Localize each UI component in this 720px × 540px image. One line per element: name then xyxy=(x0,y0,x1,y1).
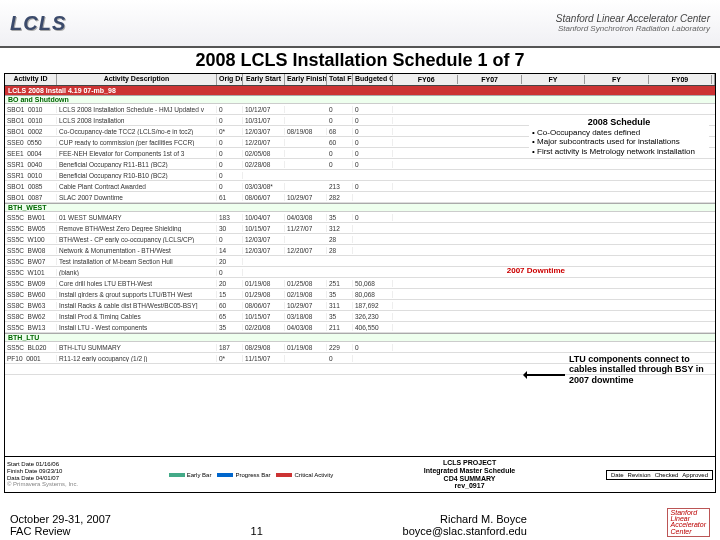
table-row: SBO1_0010LCLS 2008 Installation Schedule… xyxy=(5,104,715,115)
slac-sublogo: Stanford Linear Accelerator Center xyxy=(667,508,710,537)
slide-title: 2008 LCLS Installation Schedule 1 of 7 xyxy=(0,50,720,71)
table-row: SS8C_BW63Install Racks & cable dist BTH/… xyxy=(5,300,715,311)
table-row: SS5C_BW09Core drill holes LTU EBTH-West2… xyxy=(5,278,715,289)
lab-name: Stanford Linear Accelerator Center xyxy=(556,13,710,24)
table-row: SS8C_BW62Install Prod & Timing Cables651… xyxy=(5,311,715,322)
table-row: SS8C_BW60Install glrders & grout support… xyxy=(5,289,715,300)
table-row: SS5C_W101(blank)0Co-Occ-date BTH-west xyxy=(5,267,715,278)
table-row: SS5C_BW08Network & Monumentation - BTH/W… xyxy=(5,245,715,256)
footer-review: FAC Review xyxy=(10,525,111,537)
note-heading: 2008 Schedule xyxy=(530,117,708,128)
table-row: SSR1_0010Beneficial Occupancy R10-B10 (B… xyxy=(5,170,715,181)
table-row: SS5C_BW05Remove BTH/West Zero Degree Shi… xyxy=(5,223,715,234)
note-bullet: Major subcontracts used for installation… xyxy=(532,137,708,147)
slide-header: LCLS Stanford Linear Accelerator Center … xyxy=(0,0,720,48)
sublab-name: Stanford Synchrotron Radiation Laborator… xyxy=(556,24,710,33)
table-row: SBO1_0087SLAC 2007 Downtime6108/06/0710/… xyxy=(5,192,715,203)
table-row: SSR1_0040Beneficial Occupancy R11-B11 (B… xyxy=(5,159,715,170)
footer-date: October 29-31, 2007 xyxy=(10,513,111,525)
ltu-annotation: LTU components connect to cables install… xyxy=(569,354,709,385)
gantt-legend: Early BarProgress BarCritical Activity xyxy=(169,472,333,478)
note-bullet: First activity is Metrology network inst… xyxy=(532,147,708,157)
schedule-sheet: Activity ID Activity Description Orig Du… xyxy=(4,73,716,493)
schedule-note: 2008 Schedule Co-Occupancy dates defined… xyxy=(529,116,709,158)
project-title-box: LCLS PROJECT Integrated Master Schedule … xyxy=(424,459,515,490)
table-row: SS5C_BW0101 WEST SUMMARY18310/04/0704/03… xyxy=(5,212,715,223)
sheet-footer: Start Date 01/16/06 Finish Date 09/23/10… xyxy=(5,456,715,492)
table-header: Activity ID Activity Description Orig Du… xyxy=(5,74,715,86)
table-row: SS5C_BL020BTH-LTU SUMMARY18708/29/0801/1… xyxy=(5,342,715,353)
table-row: SS5C_W100BTH/West - CP early co-occupanc… xyxy=(5,234,715,245)
table-row: SS5C_BW13Install LTU - West components35… xyxy=(5,322,715,333)
footer-email: boyce@slac.stanford.edu xyxy=(403,525,527,537)
downtime-label: 2007 Downtime xyxy=(507,266,565,275)
annotation-arrow xyxy=(525,374,565,376)
note-bullet: Co-Occupancy dates defined xyxy=(532,128,708,138)
footer-author: Richard M. Boyce xyxy=(403,513,527,525)
table-row: SS5C_BW07Test installation of M-beam Sec… xyxy=(5,256,715,267)
lcls-logo: LCLS xyxy=(10,12,66,35)
table-row: SBO1_0085Cable Plant Contract Awarded003… xyxy=(5,181,715,192)
group-BTH_WEST: BTH_WEST xyxy=(5,203,715,212)
group-BTH_LTU: BTH_LTU xyxy=(5,333,715,342)
plan-band: LCLS 2008 Install 4.19 07-mb_98 xyxy=(5,86,715,95)
slide-footer: October 29-31, 2007 FAC Review 11 Richar… xyxy=(0,508,720,537)
page-number: 11 xyxy=(251,525,263,537)
group-BO and Shutdown: BO and Shutdown xyxy=(5,95,715,104)
approval-box: DateRevisionCheckedApproved xyxy=(606,470,713,480)
